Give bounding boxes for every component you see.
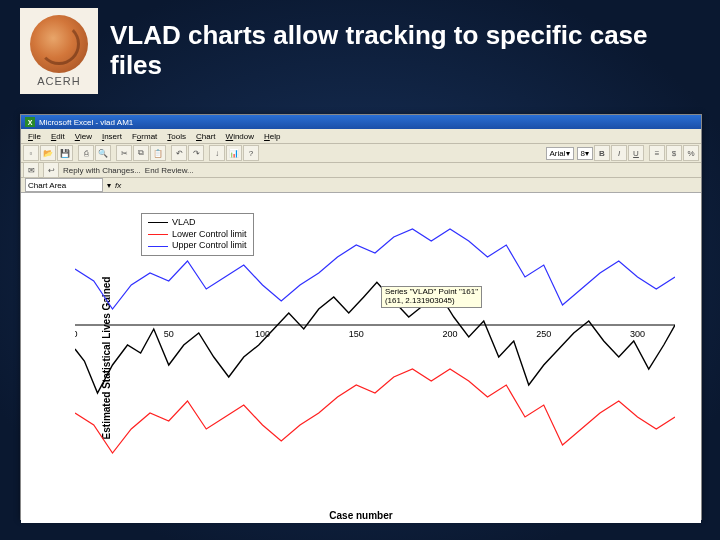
menu-insert[interactable]: Insert (97, 132, 127, 141)
legend-ucl: Upper Control limit (172, 240, 247, 252)
slide-title: VLAD charts allow tracking to specific c… (110, 21, 670, 81)
acerh-logo: ACERH (20, 8, 98, 94)
sort-icon[interactable]: ↓ (209, 145, 225, 161)
size-dropdown[interactable]: 8 ▾ (577, 147, 593, 160)
slide-header: ACERH VLAD charts allow tracking to spec… (0, 0, 720, 94)
data-point-tooltip: Series "VLAD" Point "161"(161, 2.1319030… (381, 286, 482, 308)
chart-legend: VLAD Lower Control limit Upper Control l… (141, 213, 254, 256)
cut-icon[interactable]: ✂ (116, 145, 132, 161)
legend-lcl: Lower Control limit (172, 229, 247, 241)
menu-help[interactable]: Help (259, 132, 285, 141)
namebox-dropdown-icon[interactable]: ▾ (107, 181, 111, 190)
excel-window: X Microsoft Excel - vlad AM1 File Edit V… (20, 114, 702, 520)
excel-app-icon: X (25, 117, 35, 127)
excel-titlebar[interactable]: X Microsoft Excel - vlad AM1 (21, 115, 701, 129)
excel-toolbar-1[interactable]: ▫ 📂 💾 ⎙ 🔍 ✂ ⧉ 📋 ↶ ↷ ↓ 📊 ? Arial ▾ 8 ▾ B … (21, 144, 701, 163)
excel-menubar[interactable]: File Edit View Insert Format Tools Chart… (21, 129, 701, 144)
fx-label: fx (115, 181, 121, 190)
svg-text:50: 50 (164, 329, 174, 339)
align-left-icon[interactable]: ≡ (649, 145, 665, 161)
logo-text: ACERH (37, 75, 81, 87)
italic-icon[interactable]: I (611, 145, 627, 161)
mail-icon[interactable]: ✉ (23, 162, 39, 178)
svg-text:0: 0 (75, 329, 78, 339)
open-icon[interactable]: 📂 (40, 145, 56, 161)
percent-icon[interactable]: % (683, 145, 699, 161)
menu-chart[interactable]: Chart (191, 132, 221, 141)
menu-view[interactable]: View (70, 132, 97, 141)
svg-text:250: 250 (536, 329, 551, 339)
help-icon[interactable]: ? (243, 145, 259, 161)
print-icon[interactable]: ⎙ (78, 145, 94, 161)
menu-edit[interactable]: Edit (46, 132, 70, 141)
paste-icon[interactable]: 📋 (150, 145, 166, 161)
menu-format[interactable]: Format (127, 132, 162, 141)
preview-icon[interactable]: 🔍 (95, 145, 111, 161)
formula-bar[interactable]: Chart Area ▾ fx (21, 178, 701, 193)
chart-area[interactable]: Estimated Statistical Lives Gained Case … (21, 193, 701, 523)
menu-tools[interactable]: Tools (162, 132, 191, 141)
redo-icon[interactable]: ↷ (188, 145, 204, 161)
copy-icon[interactable]: ⧉ (133, 145, 149, 161)
save-icon[interactable]: 💾 (57, 145, 73, 161)
svg-text:150: 150 (349, 329, 364, 339)
end-review-text[interactable]: End Review... (145, 166, 194, 175)
reply-icon[interactable]: ↩ (43, 162, 59, 178)
menu-window[interactable]: Window (221, 132, 259, 141)
svg-text:300: 300 (630, 329, 645, 339)
name-box[interactable]: Chart Area (25, 178, 103, 192)
svg-text:200: 200 (442, 329, 457, 339)
undo-icon[interactable]: ↶ (171, 145, 187, 161)
excel-toolbar-2[interactable]: ✉ ↩ Reply with Changes... End Review... (21, 163, 701, 178)
bold-icon[interactable]: B (594, 145, 610, 161)
legend-vlad: VLAD (172, 217, 196, 229)
x-axis-label: Case number (329, 510, 392, 521)
excel-title-text: Microsoft Excel - vlad AM1 (39, 118, 133, 127)
chart-icon[interactable]: 📊 (226, 145, 242, 161)
menu-file[interactable]: File (23, 132, 46, 141)
underline-icon[interactable]: U (628, 145, 644, 161)
reply-changes-text[interactable]: Reply with Changes... (63, 166, 141, 175)
currency-icon[interactable]: $ (666, 145, 682, 161)
new-icon[interactable]: ▫ (23, 145, 39, 161)
font-dropdown[interactable]: Arial ▾ (546, 147, 574, 160)
logo-swirl-icon (30, 15, 88, 73)
svg-text:100: 100 (255, 329, 270, 339)
